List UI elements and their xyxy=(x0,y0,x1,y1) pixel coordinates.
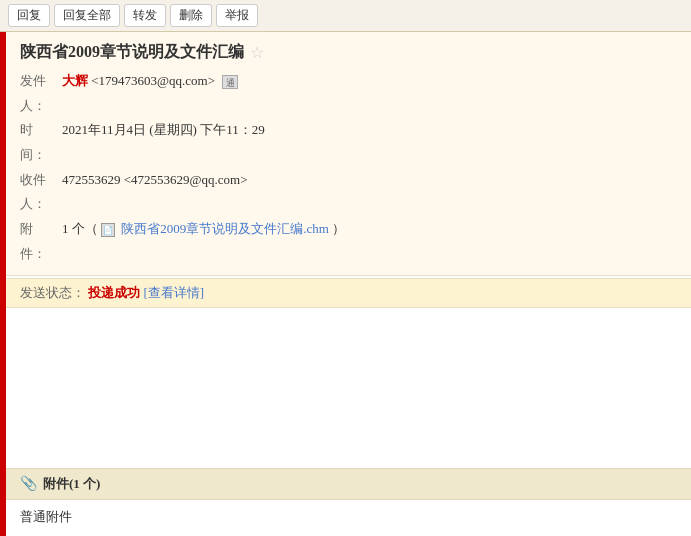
delete-button[interactable]: 删除 xyxy=(170,4,212,27)
recipient-row: 收件人： 472553629 <472553629@qq.com> xyxy=(20,168,677,217)
attachment-count: 1 个（ xyxy=(62,221,98,236)
sender-row: 发件人： 大辉 <179473603@qq.com> 通 xyxy=(20,69,677,118)
time-row: 时 间： 2021年11月4日 (星期四) 下午11：29 xyxy=(20,118,677,167)
email-title: 陕西省2009章节说明及文件汇编 xyxy=(20,42,244,63)
sender-label: 发件人： xyxy=(20,69,62,118)
attachment-info-row: 附 件： 1 个（ 📄 陕西省2009章节说明及文件汇编.chm ） xyxy=(20,217,677,266)
attachment-section-title: 附件(1 个) xyxy=(43,475,100,493)
email-area: 陕西省2009章节说明及文件汇编 ☆ 发件人： 大辉 <179473603@qq… xyxy=(6,32,691,536)
attachment-section-header: 📎 附件(1 个) xyxy=(6,469,691,500)
send-status-label: 发送状态： xyxy=(20,285,85,300)
attachment-section: 📎 附件(1 个) 普通附件 xyxy=(6,468,691,537)
attachment-type-label: 普通附件 xyxy=(20,508,677,526)
reply-button[interactable]: 回复 xyxy=(8,4,50,27)
recipient-label: 收件人： xyxy=(20,168,62,217)
sender-email: <179473603@qq.com> xyxy=(91,73,215,88)
paperclip-icon: 📎 xyxy=(20,475,37,492)
sender-value: 大辉 <179473603@qq.com> 通 xyxy=(62,69,238,94)
attachment-close-paren: ） xyxy=(332,221,345,236)
email-body xyxy=(6,308,691,468)
inline-file-icon: 📄 xyxy=(101,223,115,237)
time-value: 2021年11月4日 (星期四) 下午11：29 xyxy=(62,118,265,143)
addr-book-icon[interactable]: 通 xyxy=(222,75,238,89)
view-detail-link[interactable]: [查看详情] xyxy=(144,285,205,300)
toolbar: 回复 回复全部 转发 删除 举报 xyxy=(0,0,691,32)
email-title-row: 陕西省2009章节说明及文件汇编 ☆ xyxy=(20,42,677,63)
time-label: 时 间： xyxy=(20,118,62,167)
email-header: 陕西省2009章节说明及文件汇编 ☆ 发件人： 大辉 <179473603@qq… xyxy=(6,32,691,276)
reply-all-button[interactable]: 回复全部 xyxy=(54,4,120,27)
email-meta: 发件人： 大辉 <179473603@qq.com> 通 时 间： 2021年1… xyxy=(20,69,677,267)
forward-button[interactable]: 转发 xyxy=(124,4,166,27)
attachment-item: 陕西省2009章节说明及文件汇编.chm (2.51M) 预览 下载 收藏 转存… xyxy=(20,532,677,537)
attachment-filename-link[interactable]: 陕西省2009章节说明及文件汇编.chm xyxy=(121,221,329,236)
send-status-value: 投递成功 xyxy=(88,285,140,300)
recipient-value: 472553629 <472553629@qq.com> xyxy=(62,168,248,193)
sender-name[interactable]: 大辉 xyxy=(62,73,88,88)
report-button[interactable]: 举报 xyxy=(216,4,258,27)
attachment-label: 附 件： xyxy=(20,217,62,266)
send-status-bar: 发送状态： 投递成功 [查看详情] xyxy=(6,278,691,308)
main-container: 陕西省2009章节说明及文件汇编 ☆ 发件人： 大辉 <179473603@qq… xyxy=(0,32,691,536)
star-icon[interactable]: ☆ xyxy=(250,43,264,62)
attachment-value: 1 个（ 📄 陕西省2009章节说明及文件汇编.chm ） xyxy=(62,217,345,242)
attachment-body: 普通附件 xyxy=(6,500,691,537)
